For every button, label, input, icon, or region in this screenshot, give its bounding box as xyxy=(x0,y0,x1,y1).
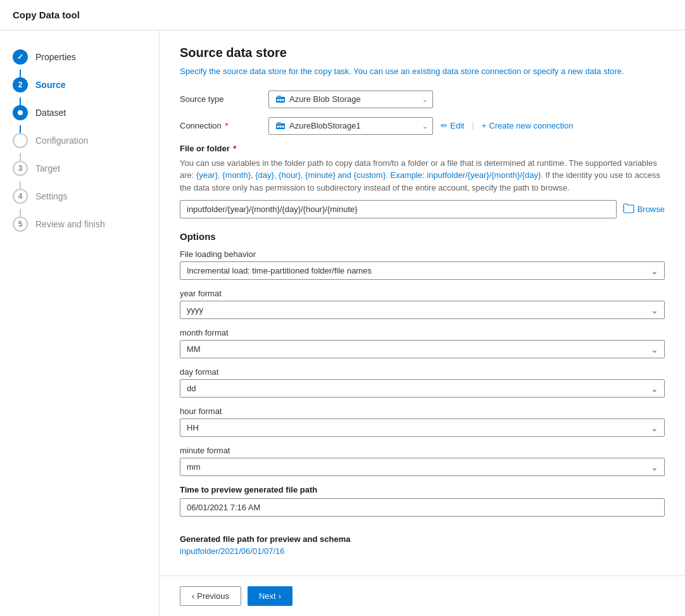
page-title: Source data store xyxy=(180,46,665,60)
edit-icon: ✏ xyxy=(441,121,448,130)
next-button[interactable]: Next › xyxy=(248,586,292,606)
file-folder-description: You can use variables in the folder path… xyxy=(180,157,665,194)
create-connection-button[interactable]: + Create new connection xyxy=(479,120,576,132)
time-preview-input[interactable] xyxy=(180,498,665,517)
file-loading-group: File loading behavior Incremental load: … xyxy=(180,249,665,280)
year-format-select[interactable]: yyyy xyxy=(180,301,665,319)
connection-required: * xyxy=(225,121,228,130)
step-number-settings: 4 xyxy=(18,192,23,201)
app-title: Copy Data tool xyxy=(13,9,80,20)
month-format-select[interactable]: MM xyxy=(180,340,665,358)
hour-format-select-wrapper: HH xyxy=(180,418,665,437)
generated-path-value: inputfolder/2021/06/01/07/16 xyxy=(180,546,665,556)
step-label-properties: Properties xyxy=(35,52,76,62)
year-format-select-wrapper: yyyy xyxy=(180,301,665,319)
day-format-group: day format dd xyxy=(180,367,665,398)
step-circle-source: 2 xyxy=(13,77,28,92)
time-preview-group: Time to preview generated file path xyxy=(180,485,665,525)
month-format-label: month format xyxy=(180,328,665,337)
connection-actions: ✏ Edit | + Create new connection xyxy=(438,120,575,132)
step-number-source: 2 xyxy=(18,80,23,89)
options-title: Options xyxy=(180,231,665,242)
step-circle-settings: 4 xyxy=(13,189,28,204)
checkmark-icon: ✓ xyxy=(17,53,23,61)
year-format-group: year format yyyy xyxy=(180,289,665,319)
source-type-label: Source type xyxy=(180,94,268,104)
step-label-dataset: Dataset xyxy=(35,108,66,118)
source-type-row: Source type Azure Blob Storage ⌄ xyxy=(180,91,665,108)
source-type-select[interactable]: Azure Blob Storage ⌄ xyxy=(268,91,433,108)
sidebar-item-target[interactable]: 3 Target xyxy=(0,154,159,182)
month-format-group: month format MM xyxy=(180,328,665,358)
step-number-review: 5 xyxy=(18,220,23,229)
folder-icon xyxy=(623,203,634,215)
chevron-down-icon-2: ⌄ xyxy=(422,122,427,129)
file-loading-select[interactable]: Incremental load: time-partitioned folde… xyxy=(180,261,665,280)
file-folder-required: * xyxy=(233,144,236,153)
browse-button[interactable]: Browse xyxy=(623,203,665,215)
content-area: Source data store Specify the source dat… xyxy=(160,30,685,575)
main-layout: ✓ Properties 2 Source Dataset Configurat… xyxy=(0,30,685,616)
app-header: Copy Data tool xyxy=(0,0,685,30)
chevron-right-icon: › xyxy=(279,591,281,601)
file-loading-label: File loading behavior xyxy=(180,249,665,259)
day-format-label: day format xyxy=(180,367,665,377)
connection-value: AzureBlobStorage1 xyxy=(289,121,361,130)
step-circle-configuration xyxy=(13,133,28,148)
variables-highlight: {year}, {month}, {day}, {hour}, {minute}… xyxy=(196,170,543,180)
step-circle-review: 5 xyxy=(13,217,28,232)
step-label-settings: Settings xyxy=(35,191,68,201)
minute-format-label: minute format xyxy=(180,446,665,455)
page-description: Specify the source data store for the co… xyxy=(180,65,665,78)
svg-point-7 xyxy=(277,125,279,128)
connection-row: Connection * AzureBlobStorage1 xyxy=(180,117,665,135)
sidebar-item-settings[interactable]: 4 Settings xyxy=(0,182,159,210)
chevron-left-icon: ‹ xyxy=(192,591,194,601)
azure-blob-icon xyxy=(275,94,286,104)
sidebar-item-review[interactable]: 5 Review and finish xyxy=(0,210,159,238)
svg-rect-6 xyxy=(277,122,281,125)
day-format-select-wrapper: dd xyxy=(180,379,665,398)
svg-point-2 xyxy=(277,99,279,101)
day-format-select[interactable]: dd xyxy=(180,379,665,398)
sidebar-item-dataset[interactable]: Dataset xyxy=(0,99,159,127)
minute-format-select[interactable]: mm xyxy=(180,458,665,476)
generated-path-label: Generated file path for preview and sche… xyxy=(180,534,665,544)
file-loading-select-wrapper: Incremental load: time-partitioned folde… xyxy=(180,261,665,280)
svg-point-9 xyxy=(282,125,284,128)
connection-label: Connection * xyxy=(180,121,268,130)
minute-format-group: minute format mm xyxy=(180,446,665,476)
step-circle-target: 3 xyxy=(13,161,28,176)
path-input[interactable] xyxy=(180,200,617,218)
hour-format-label: hour format xyxy=(180,406,665,416)
step-number-target: 3 xyxy=(18,164,23,173)
svg-point-8 xyxy=(279,125,282,128)
previous-button[interactable]: ‹ Previous xyxy=(180,586,241,606)
plus-icon: + xyxy=(482,121,487,130)
file-folder-section: File or folder * You can use variables i… xyxy=(180,144,665,219)
step-circle-dataset xyxy=(13,105,28,120)
svg-rect-1 xyxy=(277,96,281,98)
path-row: Browse xyxy=(180,200,665,218)
step-label-configuration: Configuration xyxy=(35,135,88,146)
sidebar-item-source[interactable]: 2 Source xyxy=(0,71,159,99)
step-circle-properties: ✓ xyxy=(13,49,28,65)
svg-point-4 xyxy=(282,99,284,101)
year-format-label: year format xyxy=(180,289,665,298)
connection-select[interactable]: AzureBlobStorage1 ⌄ xyxy=(268,117,433,135)
step-dot-dataset xyxy=(18,110,23,115)
minute-format-select-wrapper: mm xyxy=(180,458,665,476)
connection-azure-icon xyxy=(275,121,286,131)
sidebar-item-configuration[interactable]: Configuration xyxy=(0,127,159,154)
month-format-select-wrapper: MM xyxy=(180,340,665,358)
edit-connection-button[interactable]: ✏ Edit xyxy=(438,120,467,132)
file-folder-title: File or folder * xyxy=(180,144,665,153)
sidebar-item-properties[interactable]: ✓ Properties xyxy=(0,43,159,71)
hour-format-select[interactable]: HH xyxy=(180,418,665,437)
sidebar: ✓ Properties 2 Source Dataset Configurat… xyxy=(0,30,160,616)
chevron-down-icon: ⌄ xyxy=(422,96,427,103)
footer: ‹ Previous Next › xyxy=(160,575,685,616)
step-label-source: Source xyxy=(35,80,65,90)
source-type-value: Azure Blob Storage xyxy=(289,94,361,104)
time-preview-label: Time to preview generated file path xyxy=(180,485,665,494)
